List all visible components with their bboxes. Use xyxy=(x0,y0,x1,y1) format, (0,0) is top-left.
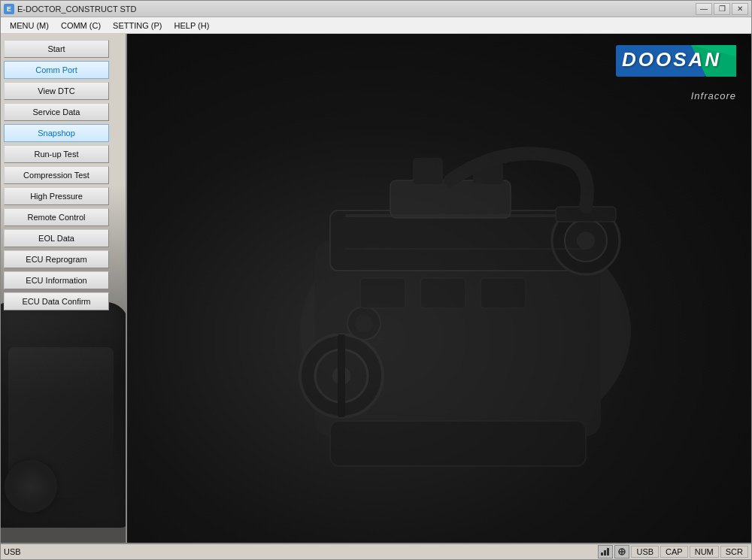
restore-button[interactable]: ❐ xyxy=(714,3,730,15)
svg-rect-27 xyxy=(607,548,609,555)
title-bar: E E-DOCTOR_CONSTRUCT STD — ❐ ✕ xyxy=(1,1,751,17)
svg-rect-25 xyxy=(601,552,603,555)
title-bar-left: E E-DOCTOR_CONSTRUCT STD xyxy=(4,4,137,14)
status-num-label: NUM xyxy=(690,546,719,558)
status-usb-label: USB xyxy=(631,546,659,558)
menu-item-help[interactable]: HELP (H) xyxy=(168,20,215,32)
infracore-text: Infracore xyxy=(616,90,736,101)
start-button[interactable]: Start xyxy=(4,40,109,58)
window-controls: — ❐ ✕ xyxy=(696,3,748,15)
svg-rect-19 xyxy=(481,278,526,308)
service-data-button[interactable]: Service Data xyxy=(4,103,109,121)
usb-icon xyxy=(614,545,629,558)
compression-test-button[interactable]: Compression Test xyxy=(4,166,109,184)
status-cap-label: CAP xyxy=(660,546,688,558)
status-scr-label: SCR xyxy=(720,546,748,558)
snapshop-button[interactable]: Snapshop xyxy=(4,124,109,142)
menu-item-comm[interactable]: COMM (C) xyxy=(55,20,107,32)
status-usb-left: USB xyxy=(4,547,64,556)
ecu-data-confirm-button[interactable]: ECU Data Confirm xyxy=(4,292,109,310)
status-bar: USB USB CAP NUM SCR xyxy=(1,543,751,559)
svg-point-15 xyxy=(355,314,373,332)
status-right: USB CAP NUM SCR xyxy=(598,545,748,558)
svg-rect-20 xyxy=(345,214,556,217)
menu-item-setting[interactable]: SETTING (P) xyxy=(107,20,168,32)
content-area: DOOSAN Infracore xyxy=(127,34,751,543)
menu-bar: MENU (M) COMM (C) SETTING (P) HELP (H) xyxy=(1,17,751,34)
high-pressure-button[interactable]: High Pressure xyxy=(4,187,109,205)
run-up-test-button[interactable]: Run-up Test xyxy=(4,145,109,163)
svg-rect-13 xyxy=(338,334,345,417)
svg-rect-4 xyxy=(413,158,443,184)
ecu-reprogram-button[interactable]: ECU Reprogram xyxy=(4,250,109,268)
svg-rect-26 xyxy=(604,550,606,555)
comm-port-button[interactable]: Comm Port xyxy=(4,61,109,79)
sidebar: Start Comm Port View DTC Service Data Sn… xyxy=(1,34,127,543)
window-title: E-DOCTOR_CONSTRUCT STD xyxy=(17,5,137,14)
svg-point-8 xyxy=(577,232,595,250)
doosan-brand-text: DOOSAN xyxy=(622,48,721,71)
svg-rect-17 xyxy=(360,278,405,308)
minimize-button[interactable]: — xyxy=(696,3,712,15)
ecu-information-button[interactable]: ECU Information xyxy=(4,271,109,289)
svg-rect-16 xyxy=(330,421,586,466)
view-dtc-button[interactable]: View DTC xyxy=(4,82,109,100)
doosan-logo: DOOSAN Infracore xyxy=(616,45,736,101)
main-window: E E-DOCTOR_CONSTRUCT STD — ❐ ✕ MENU (M) … xyxy=(0,0,752,560)
svg-rect-21 xyxy=(345,248,586,250)
app-icon: E xyxy=(4,4,14,14)
remote-control-button[interactable]: Remote Control xyxy=(4,208,109,226)
eol-data-button[interactable]: EOL Data xyxy=(4,229,109,247)
close-button[interactable]: ✕ xyxy=(732,3,748,15)
svg-rect-2 xyxy=(330,210,586,271)
menu-item-menu[interactable]: MENU (M) xyxy=(4,20,55,32)
network-icon xyxy=(598,545,613,558)
svg-rect-18 xyxy=(420,278,465,308)
main-area: Start Comm Port View DTC Service Data Sn… xyxy=(1,34,751,543)
engine-illustration xyxy=(240,71,691,522)
engine-pulley-bg xyxy=(5,460,57,513)
